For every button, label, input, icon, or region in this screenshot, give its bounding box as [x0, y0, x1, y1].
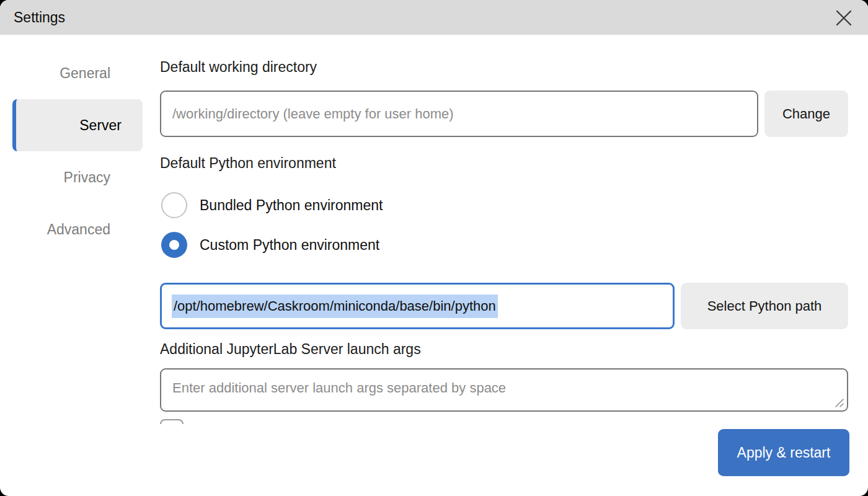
python-environment-label: Default Python environment [160, 154, 848, 172]
change-directory-button[interactable]: Change [764, 91, 848, 137]
python-path-row: /opt/homebrew/Caskroom/miniconda/base/bi… [160, 283, 848, 329]
resize-grip-icon[interactable] [835, 398, 844, 408]
custom-python-option[interactable]: Custom Python environment [161, 232, 848, 258]
settings-sidebar: General Server Privacy Advanced [0, 35, 143, 496]
close-icon [835, 9, 853, 27]
working-directory-row: Change [160, 91, 848, 137]
launch-args-textarea[interactable] [160, 368, 848, 412]
apply-restart-button[interactable]: Apply & restart [718, 429, 849, 476]
working-directory-label: Default working directory [160, 58, 848, 76]
working-directory-input[interactable] [160, 91, 758, 137]
select-python-path-button[interactable]: Select Python path [681, 283, 848, 329]
python-path-selected-text: /opt/homebrew/Caskroom/miniconda/base/bi… [172, 294, 498, 318]
dialog-body: General Server Privacy Advanced Default … [0, 35, 868, 496]
sidebar-item-general[interactable]: General [0, 47, 143, 99]
close-button[interactable] [833, 7, 854, 29]
clipped-checkbox[interactable] [160, 419, 184, 424]
sidebar-item-advanced[interactable]: Advanced [0, 203, 143, 255]
launch-args-label: Additional JupyterLab Server launch args [160, 340, 848, 358]
settings-dialog: Settings General Server Privacy Advanced… [0, 0, 868, 496]
radio-unselected-icon[interactable] [161, 192, 187, 218]
radio-selected-icon[interactable] [161, 232, 187, 258]
dialog-title: Settings [14, 9, 65, 26]
sidebar-item-privacy[interactable]: Privacy [0, 151, 143, 203]
bundled-python-label: Bundled Python environment [200, 197, 383, 214]
server-settings-panel: Default working directory Change Default… [143, 35, 868, 496]
sidebar-item-server[interactable]: Server [12, 99, 143, 151]
bundled-python-option[interactable]: Bundled Python environment [161, 192, 848, 218]
custom-python-label: Custom Python environment [200, 237, 379, 254]
launch-args-wrap [160, 368, 848, 412]
python-path-input[interactable]: /opt/homebrew/Caskroom/miniconda/base/bi… [160, 283, 675, 329]
title-bar: Settings [0, 0, 868, 35]
